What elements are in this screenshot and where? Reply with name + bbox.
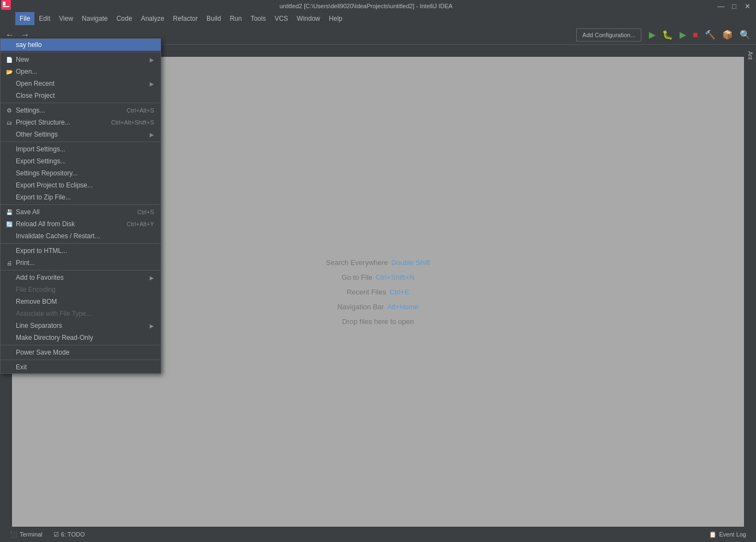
menu-navigate[interactable]: Navigate (78, 12, 112, 25)
hint-drop-text: Drop files here to open (342, 317, 414, 326)
save-all-icon: 💾 (5, 208, 14, 216)
menu-item-new[interactable]: 📄 New ▶ (1, 54, 161, 66)
file-encoding-icon (5, 285, 14, 294)
export-settings-label: Export Settings... (16, 157, 154, 165)
export-eclipse-icon (5, 181, 14, 190)
settings-shortcut: Ctrl+Alt+S (127, 107, 154, 114)
separator-4 (1, 204, 161, 205)
terminal-button[interactable]: ⬛ Terminal (4, 527, 48, 542)
menu-item-export-html[interactable]: Export to HTML... (1, 245, 161, 257)
menu-refactor[interactable]: Refactor (169, 12, 202, 25)
menu-code[interactable]: Code (112, 12, 137, 25)
menu-item-close-project[interactable]: Close Project (1, 90, 161, 102)
menu-item-make-readonly[interactable]: Make Directory Read-Only (1, 332, 161, 344)
menu-file[interactable]: File (15, 12, 34, 25)
hint-search-key: Double Shift (391, 258, 430, 267)
open-recent-arrow: ▶ (150, 81, 154, 87)
menu-help[interactable]: Help (324, 12, 347, 25)
window-title: untitled2 [C:\Users\dell9020\IdeaProject… (15, 3, 717, 9)
other-settings-icon (5, 130, 14, 139)
menu-item-associate-file-type: Associate with File Type... (1, 308, 161, 320)
make-readonly-label: Make Directory Read-Only (16, 334, 154, 341)
settings-label: Settings... (16, 107, 116, 114)
other-settings-arrow: ▶ (150, 132, 154, 138)
menu-tools[interactable]: Tools (246, 12, 270, 25)
sdk-icon[interactable]: 📦 (719, 27, 736, 42)
window-controls: — □ ✕ (717, 2, 752, 10)
sidebar-tab-ant[interactable]: Ant (746, 47, 755, 64)
menu-item-open[interactable]: 📂 Open... (1, 66, 161, 78)
menu-item-print[interactable]: 🖨 Print... (1, 257, 161, 269)
export-zip-icon (5, 193, 14, 202)
power-save-icon (5, 348, 14, 357)
menu-item-file-encoding: File Encoding (1, 284, 161, 296)
menu-view[interactable]: View (55, 12, 78, 25)
export-html-icon (5, 246, 14, 255)
menu-item-export-settings[interactable]: Export Settings... (1, 155, 161, 167)
menu-run[interactable]: Run (226, 12, 246, 25)
search-everywhere-icon[interactable]: 🔍 (736, 27, 754, 42)
menu-item-reload[interactable]: 🔄 Reload All from Disk Ctrl+Alt+Y (1, 218, 161, 230)
export-eclipse-label: Export Project to Eclipse... (16, 181, 154, 189)
hint-recent: Recent Files Ctrl+E (347, 288, 410, 296)
todo-button[interactable]: ☑ 6: TODO (48, 527, 91, 542)
reload-icon: 🔄 (5, 220, 14, 228)
run-with-coverage-icon[interactable]: ▶ (676, 27, 689, 42)
menu-item-save-all[interactable]: 💾 Save All Ctrl+S (1, 206, 161, 218)
menu-item-settings[interactable]: ⚙ Settings... Ctrl+Alt+S (1, 104, 161, 116)
menu-window[interactable]: Window (292, 12, 324, 25)
hint-goto: Go to File Ctrl+Shift+N (341, 273, 414, 281)
hint-navbar: Navigation Bar Alt+Home (338, 303, 419, 311)
run-icon[interactable]: ▶ (646, 27, 659, 42)
new-label: New (16, 56, 150, 63)
menu-item-line-separators[interactable]: Line Separators ▶ (1, 320, 161, 332)
menu-vcs[interactable]: VCS (270, 12, 293, 25)
app-icon (1, 0, 13, 12)
hint-navbar-key: Alt+Home (387, 303, 418, 311)
add-configuration-button[interactable]: Add Configuration... (576, 28, 641, 42)
menubar: File Edit View Navigate Code Analyze Ref… (0, 12, 756, 25)
menu-analyze[interactable]: Analyze (137, 12, 169, 25)
menu-edit[interactable]: Edit (34, 12, 55, 25)
favorites-arrow: ▶ (150, 275, 154, 281)
right-sidebar: Ant (744, 45, 756, 527)
hint-goto-key: Ctrl+Shift+N (376, 273, 415, 281)
settings-repo-label: Settings Repository... (16, 169, 154, 177)
menu-item-power-save[interactable]: Power Save Mode (1, 346, 161, 358)
menu-item-export-zip[interactable]: Export to Zip File... (1, 191, 161, 203)
file-menu-dropdown: say hello 📄 New ▶ 📂 Open... Open Recent … (0, 38, 161, 374)
svg-rect-2 (3, 6, 9, 7)
menu-item-open-recent[interactable]: Open Recent ▶ (1, 78, 161, 90)
menu-item-settings-repo[interactable]: Settings Repository... (1, 167, 161, 179)
close-project-label: Close Project (16, 92, 154, 99)
line-sep-icon (5, 321, 14, 330)
menu-item-import-settings[interactable]: Import Settings... (1, 143, 161, 155)
hint-recent-key: Ctrl+E (389, 288, 409, 296)
say-hello-icon (5, 40, 14, 49)
event-log-icon: 📋 (709, 531, 717, 538)
debug-icon[interactable]: 🐛 (659, 27, 676, 42)
associate-file-type-label: Associate with File Type... (16, 310, 154, 317)
hint-recent-text: Recent Files (347, 288, 386, 296)
svg-rect-0 (1, 0, 11, 10)
menu-build[interactable]: Build (202, 12, 226, 25)
event-log-button[interactable]: 📋 Event Log (704, 527, 752, 542)
menu-item-remove-bom[interactable]: Remove BOM (1, 296, 161, 308)
other-settings-label: Other Settings (16, 131, 150, 138)
favorites-icon (5, 273, 14, 282)
menu-item-invalidate[interactable]: Invalidate Caches / Restart... (1, 230, 161, 242)
close-button[interactable]: ✕ (743, 2, 752, 10)
menu-item-other-settings[interactable]: Other Settings ▶ (1, 128, 161, 140)
menu-item-add-favorites[interactable]: Add to Favorites ▶ (1, 272, 161, 284)
menu-item-say-hello[interactable]: say hello (1, 39, 161, 51)
menu-item-project-structure[interactable]: 🗂 Project Structure... Ctrl+Alt+Shift+S (1, 116, 161, 128)
import-settings-label: Import Settings... (16, 145, 154, 153)
minimize-button[interactable]: — (717, 2, 725, 10)
menu-item-exit[interactable]: Exit (1, 361, 161, 373)
build-project-icon[interactable]: 🔨 (701, 27, 719, 42)
maximize-button[interactable]: □ (730, 2, 739, 10)
menu-item-export-eclipse[interactable]: Export Project to Eclipse... (1, 179, 161, 191)
remove-bom-label: Remove BOM (16, 298, 154, 305)
stop-icon[interactable]: ■ (689, 28, 701, 42)
project-structure-icon: 🗂 (5, 118, 14, 127)
